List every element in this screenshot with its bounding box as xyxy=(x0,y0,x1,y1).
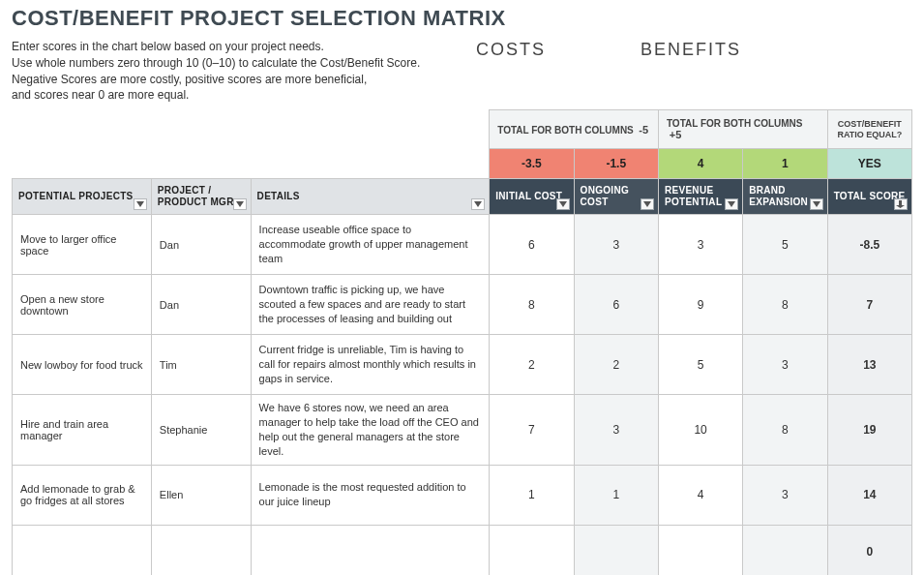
avg-ongoing-cost: -1.5 xyxy=(574,149,658,179)
cell-revenue-potential[interactable]: 3 xyxy=(658,215,742,275)
cell-revenue-potential[interactable]: 4 xyxy=(658,465,742,525)
benefits-total-label: TOTAL FOR BOTH COLUMNS xyxy=(667,118,803,129)
cell-total-score[interactable]: 0 xyxy=(827,525,911,575)
col-header-project[interactable]: POTENTIAL PROJECTS xyxy=(13,179,152,215)
ratio-heading: COST/BENEFIT RATIO EQUAL? xyxy=(827,110,911,149)
cell-project[interactable]: Move to larger office space xyxy=(13,215,152,275)
col-header-initial-cost-label: INITIAL COST xyxy=(495,191,562,201)
cell-ongoing-cost[interactable]: 1 xyxy=(574,465,658,525)
cell-details[interactable]: Increase useable office space to accommo… xyxy=(251,215,490,275)
cell-initial-cost[interactable]: 2 xyxy=(490,335,574,395)
column-header-row: POTENTIAL PROJECTS PROJECT / PRODUCT MGR… xyxy=(13,179,912,215)
sort-icon[interactable] xyxy=(894,198,908,210)
cell-project[interactable]: Hire and train area manager xyxy=(13,395,152,465)
svg-marker-6 xyxy=(813,201,820,207)
cell-project[interactable]: Add lemonade to grab & go fridges at all… xyxy=(13,465,152,525)
page-title: COST/BENEFIT PROJECT SELECTION MATRIX xyxy=(12,6,912,31)
cell-manager[interactable] xyxy=(151,525,251,575)
cell-details[interactable]: Current fridge is unreliable, Tim is hav… xyxy=(251,335,490,395)
filter-icon[interactable] xyxy=(471,198,485,210)
cell-brand-expansion[interactable]: 8 xyxy=(743,395,827,465)
svg-marker-0 xyxy=(136,201,144,207)
ratio-answer: YES xyxy=(827,149,911,179)
section-label-benefits: BENEFITS xyxy=(641,40,805,60)
averages-row: -3.5 -1.5 4 1 YES xyxy=(13,149,912,179)
cell-initial-cost[interactable]: 6 xyxy=(490,215,574,275)
cell-total-score[interactable]: 14 xyxy=(827,465,911,525)
filter-icon[interactable] xyxy=(725,198,738,210)
avg-brand-expansion: 1 xyxy=(743,149,827,179)
cell-details[interactable]: Lemonade is the most requested addition … xyxy=(251,465,490,525)
col-header-initial-cost[interactable]: INITIAL COST xyxy=(490,179,574,215)
costs-total-label: TOTAL FOR BOTH COLUMNS xyxy=(497,125,634,136)
filter-icon[interactable] xyxy=(641,198,654,210)
section-label-costs: COSTS xyxy=(476,40,641,60)
cell-ongoing-cost[interactable]: 6 xyxy=(574,275,658,335)
svg-marker-7 xyxy=(896,200,905,208)
svg-marker-3 xyxy=(559,201,567,207)
filter-icon[interactable] xyxy=(810,198,823,210)
cell-total-score[interactable]: 19 xyxy=(827,395,911,465)
cell-ongoing-cost[interactable] xyxy=(574,525,658,575)
cell-revenue-potential[interactable] xyxy=(658,525,742,575)
costs-total-value: -5 xyxy=(639,124,648,136)
col-header-manager[interactable]: PROJECT / PRODUCT MGR xyxy=(151,179,251,215)
col-header-revenue-potential-label: REVENUE POTENTIAL xyxy=(665,185,722,207)
table-row: 0 xyxy=(13,525,912,575)
cell-project[interactable]: Open a new store downtown xyxy=(13,275,152,335)
instructions-text: Enter scores in the chart below based on… xyxy=(12,37,476,104)
cell-ongoing-cost[interactable]: 3 xyxy=(574,215,658,275)
costs-total-cell: TOTAL FOR BOTH COLUMNS -5 xyxy=(490,110,659,149)
matrix-table: TOTAL FOR BOTH COLUMNS -5 TOTAL FOR BOTH… xyxy=(12,109,912,575)
cell-brand-expansion[interactable]: 8 xyxy=(743,275,827,335)
cell-total-score[interactable]: 13 xyxy=(827,335,911,395)
cell-brand-expansion[interactable]: 3 xyxy=(743,335,827,395)
cell-brand-expansion[interactable]: 3 xyxy=(743,465,827,525)
cell-manager[interactable]: Ellen xyxy=(151,465,251,525)
totals-bar: TOTAL FOR BOTH COLUMNS -5 TOTAL FOR BOTH… xyxy=(13,110,912,149)
cell-ongoing-cost[interactable]: 2 xyxy=(574,335,658,395)
cell-project[interactable]: New lowboy for food truck xyxy=(13,335,152,395)
col-header-brand-expansion[interactable]: BRAND EXPANSION xyxy=(743,179,827,215)
svg-marker-4 xyxy=(643,201,651,207)
avg-revenue-potential: 4 xyxy=(658,149,742,179)
table-row: Open a new store downtownDanDowntown tra… xyxy=(13,275,912,335)
cell-brand-expansion[interactable]: 5 xyxy=(743,215,827,275)
cell-total-score[interactable]: 7 xyxy=(827,275,911,335)
cell-details[interactable]: Downtown traffic is picking up, we have … xyxy=(251,275,490,335)
avg-initial-cost: -3.5 xyxy=(490,149,574,179)
cell-initial-cost[interactable] xyxy=(490,525,574,575)
cell-total-score[interactable]: -8.5 xyxy=(827,215,911,275)
cell-details[interactable] xyxy=(251,525,490,575)
cell-initial-cost[interactable]: 7 xyxy=(490,395,574,465)
svg-marker-5 xyxy=(728,201,735,207)
col-header-revenue-potential[interactable]: REVENUE POTENTIAL xyxy=(658,179,742,215)
filter-icon[interactable] xyxy=(233,198,247,210)
table-row: Add lemonade to grab & go fridges at all… xyxy=(13,465,912,525)
svg-marker-2 xyxy=(474,201,482,207)
cell-manager[interactable]: Dan xyxy=(151,215,251,275)
col-header-project-label: POTENTIAL PROJECTS xyxy=(18,191,134,201)
table-row: New lowboy for food truckTimCurrent frid… xyxy=(13,335,912,395)
filter-icon[interactable] xyxy=(556,198,570,210)
cell-manager[interactable]: Dan xyxy=(151,275,251,335)
cell-initial-cost[interactable]: 8 xyxy=(490,275,574,335)
cell-revenue-potential[interactable]: 9 xyxy=(658,275,742,335)
svg-marker-1 xyxy=(236,201,244,207)
table-row: Move to larger office spaceDanIncrease u… xyxy=(13,215,912,275)
cell-manager[interactable]: Stephanie xyxy=(151,395,251,465)
col-header-details[interactable]: DETAILS xyxy=(251,179,490,215)
col-header-ongoing-cost[interactable]: ONGOING COST xyxy=(574,179,658,215)
col-header-total-score[interactable]: TOTAL SCORE xyxy=(827,179,911,215)
cell-details[interactable]: We have 6 stores now, we need an area ma… xyxy=(251,395,490,465)
cell-brand-expansion[interactable] xyxy=(743,525,827,575)
col-header-details-label: DETAILS xyxy=(257,191,300,201)
cell-manager[interactable]: Tim xyxy=(151,335,251,395)
cell-revenue-potential[interactable]: 5 xyxy=(658,335,742,395)
cell-ongoing-cost[interactable]: 3 xyxy=(574,395,658,465)
filter-icon[interactable] xyxy=(134,198,147,210)
col-header-brand-expansion-label: BRAND EXPANSION xyxy=(749,185,808,207)
cell-revenue-potential[interactable]: 10 xyxy=(658,395,742,465)
cell-initial-cost[interactable]: 1 xyxy=(490,465,574,525)
cell-project[interactable] xyxy=(13,525,152,575)
